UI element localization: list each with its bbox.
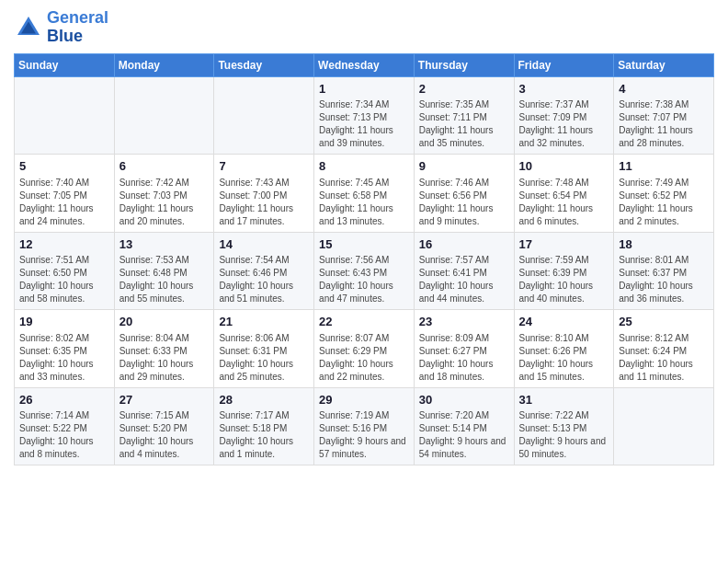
day-number: 9 bbox=[419, 158, 509, 175]
weekday-header: Monday bbox=[114, 53, 214, 76]
day-number: 4 bbox=[619, 81, 709, 98]
day-number: 21 bbox=[219, 314, 309, 330]
day-number: 26 bbox=[19, 392, 109, 408]
calendar-day-cell: 21Sunrise: 8:06 AM Sunset: 6:31 PM Dayli… bbox=[214, 310, 314, 388]
day-number: 14 bbox=[219, 236, 309, 253]
day-number: 13 bbox=[119, 236, 210, 253]
day-info: Sunrise: 7:56 AM Sunset: 6:43 PM Dayligh… bbox=[319, 254, 409, 305]
day-number: 29 bbox=[319, 392, 409, 408]
day-info: Sunrise: 8:10 AM Sunset: 6:26 PM Dayligh… bbox=[519, 332, 609, 384]
day-info: Sunrise: 8:02 AM Sunset: 6:35 PM Dayligh… bbox=[19, 332, 109, 384]
calendar-day-cell: 14Sunrise: 7:54 AM Sunset: 6:46 PM Dayli… bbox=[214, 232, 314, 310]
calendar-day-cell: 15Sunrise: 7:56 AM Sunset: 6:43 PM Dayli… bbox=[314, 232, 415, 310]
day-info: Sunrise: 8:01 AM Sunset: 6:37 PM Dayligh… bbox=[619, 254, 709, 305]
day-number: 31 bbox=[519, 392, 609, 408]
day-info: Sunrise: 7:42 AM Sunset: 7:03 PM Dayligh… bbox=[119, 177, 210, 228]
calendar-day-cell: 12Sunrise: 7:51 AM Sunset: 6:50 PM Dayli… bbox=[15, 232, 115, 310]
logo-text: General Blue bbox=[47, 9, 108, 46]
day-number: 15 bbox=[319, 236, 409, 253]
calendar-day-cell: 5Sunrise: 7:40 AM Sunset: 7:05 PM Daylig… bbox=[15, 155, 115, 233]
day-info: Sunrise: 7:51 AM Sunset: 6:50 PM Dayligh… bbox=[19, 254, 109, 305]
day-number: 24 bbox=[519, 314, 609, 330]
calendar-day-cell: 11Sunrise: 7:49 AM Sunset: 6:52 PM Dayli… bbox=[614, 155, 714, 233]
logo: General Blue bbox=[14, 9, 108, 46]
weekday-row: SundayMondayTuesdayWednesdayThursdayFrid… bbox=[15, 53, 714, 76]
calendar-day-cell: 31Sunrise: 7:22 AM Sunset: 5:13 PM Dayli… bbox=[514, 387, 614, 465]
day-number: 2 bbox=[419, 81, 509, 98]
logo-icon bbox=[14, 13, 43, 42]
day-number: 11 bbox=[619, 158, 709, 175]
day-info: Sunrise: 7:46 AM Sunset: 6:56 PM Dayligh… bbox=[419, 177, 509, 228]
day-number: 8 bbox=[319, 158, 409, 175]
calendar-day-cell: 10Sunrise: 7:48 AM Sunset: 6:54 PM Dayli… bbox=[514, 155, 614, 233]
day-info: Sunrise: 7:40 AM Sunset: 7:05 PM Dayligh… bbox=[19, 177, 109, 228]
calendar-day-cell: 13Sunrise: 7:53 AM Sunset: 6:48 PM Dayli… bbox=[114, 232, 214, 310]
day-number: 23 bbox=[419, 314, 509, 330]
day-number: 25 bbox=[619, 314, 709, 330]
calendar-table: SundayMondayTuesdayWednesdayThursdayFrid… bbox=[14, 53, 714, 466]
calendar-day-cell: 9Sunrise: 7:46 AM Sunset: 6:56 PM Daylig… bbox=[414, 155, 514, 233]
calendar-day-cell: 7Sunrise: 7:43 AM Sunset: 7:00 PM Daylig… bbox=[214, 155, 314, 233]
day-number: 19 bbox=[19, 314, 109, 330]
calendar-day-cell: 24Sunrise: 8:10 AM Sunset: 6:26 PM Dayli… bbox=[514, 310, 614, 388]
calendar-day-cell: 1Sunrise: 7:34 AM Sunset: 7:13 PM Daylig… bbox=[314, 76, 415, 155]
calendar-day-cell: 18Sunrise: 8:01 AM Sunset: 6:37 PM Dayli… bbox=[614, 232, 714, 310]
calendar-day-cell: 3Sunrise: 7:37 AM Sunset: 7:09 PM Daylig… bbox=[514, 76, 614, 155]
day-info: Sunrise: 7:38 AM Sunset: 7:07 PM Dayligh… bbox=[619, 98, 709, 150]
calendar-week-row: 1Sunrise: 7:34 AM Sunset: 7:13 PM Daylig… bbox=[15, 76, 714, 155]
calendar-day-cell: 16Sunrise: 7:57 AM Sunset: 6:41 PM Dayli… bbox=[414, 232, 514, 310]
calendar-day-cell: 30Sunrise: 7:20 AM Sunset: 5:14 PM Dayli… bbox=[414, 387, 514, 465]
day-info: Sunrise: 7:34 AM Sunset: 7:13 PM Dayligh… bbox=[319, 98, 409, 150]
calendar-day-cell: 8Sunrise: 7:45 AM Sunset: 6:58 PM Daylig… bbox=[314, 155, 415, 233]
calendar-day-cell bbox=[114, 76, 214, 155]
day-info: Sunrise: 7:19 AM Sunset: 5:16 PM Dayligh… bbox=[319, 409, 409, 461]
calendar-day-cell: 20Sunrise: 8:04 AM Sunset: 6:33 PM Dayli… bbox=[114, 310, 214, 388]
calendar-day-cell: 29Sunrise: 7:19 AM Sunset: 5:16 PM Dayli… bbox=[314, 387, 415, 465]
calendar-day-cell: 28Sunrise: 7:17 AM Sunset: 5:18 PM Dayli… bbox=[214, 387, 314, 465]
day-info: Sunrise: 7:54 AM Sunset: 6:46 PM Dayligh… bbox=[219, 254, 309, 305]
page-container: General Blue SundayMondayTuesdayWednesda… bbox=[0, 0, 728, 475]
day-number: 6 bbox=[119, 158, 210, 175]
day-number: 1 bbox=[319, 81, 409, 98]
weekday-header: Sunday bbox=[15, 53, 115, 76]
day-info: Sunrise: 7:22 AM Sunset: 5:13 PM Dayligh… bbox=[519, 409, 609, 461]
calendar-day-cell: 2Sunrise: 7:35 AM Sunset: 7:11 PM Daylig… bbox=[414, 76, 514, 155]
day-info: Sunrise: 7:37 AM Sunset: 7:09 PM Dayligh… bbox=[519, 98, 609, 150]
day-info: Sunrise: 7:57 AM Sunset: 6:41 PM Dayligh… bbox=[419, 254, 509, 305]
calendar-week-row: 5Sunrise: 7:40 AM Sunset: 7:05 PM Daylig… bbox=[15, 155, 714, 233]
day-number: 18 bbox=[619, 236, 709, 253]
calendar-day-cell: 22Sunrise: 8:07 AM Sunset: 6:29 PM Dayli… bbox=[314, 310, 415, 388]
day-info: Sunrise: 7:17 AM Sunset: 5:18 PM Dayligh… bbox=[219, 409, 309, 461]
day-number: 10 bbox=[519, 158, 609, 175]
day-info: Sunrise: 7:59 AM Sunset: 6:39 PM Dayligh… bbox=[519, 254, 609, 305]
calendar-body: 1Sunrise: 7:34 AM Sunset: 7:13 PM Daylig… bbox=[15, 76, 714, 465]
calendar-day-cell bbox=[614, 387, 714, 465]
day-number: 3 bbox=[519, 81, 609, 98]
day-info: Sunrise: 7:15 AM Sunset: 5:20 PM Dayligh… bbox=[119, 409, 210, 461]
day-info: Sunrise: 7:53 AM Sunset: 6:48 PM Dayligh… bbox=[119, 254, 210, 305]
day-info: Sunrise: 7:20 AM Sunset: 5:14 PM Dayligh… bbox=[419, 409, 509, 461]
weekday-header: Tuesday bbox=[214, 53, 314, 76]
day-info: Sunrise: 7:43 AM Sunset: 7:00 PM Dayligh… bbox=[219, 177, 309, 228]
day-info: Sunrise: 8:04 AM Sunset: 6:33 PM Dayligh… bbox=[119, 332, 210, 384]
calendar-day-cell: 26Sunrise: 7:14 AM Sunset: 5:22 PM Dayli… bbox=[15, 387, 115, 465]
day-number: 7 bbox=[219, 158, 309, 175]
day-number: 22 bbox=[319, 314, 409, 330]
day-info: Sunrise: 7:45 AM Sunset: 6:58 PM Dayligh… bbox=[319, 177, 409, 228]
calendar-day-cell bbox=[15, 76, 115, 155]
day-info: Sunrise: 7:48 AM Sunset: 6:54 PM Dayligh… bbox=[519, 177, 609, 228]
day-number: 12 bbox=[19, 236, 109, 253]
day-info: Sunrise: 8:09 AM Sunset: 6:27 PM Dayligh… bbox=[419, 332, 509, 384]
calendar-day-cell: 19Sunrise: 8:02 AM Sunset: 6:35 PM Dayli… bbox=[15, 310, 115, 388]
day-number: 28 bbox=[219, 392, 309, 408]
calendar-day-cell: 6Sunrise: 7:42 AM Sunset: 7:03 PM Daylig… bbox=[114, 155, 214, 233]
page-header: General Blue bbox=[14, 9, 714, 46]
weekday-header: Wednesday bbox=[314, 53, 415, 76]
day-number: 16 bbox=[419, 236, 509, 253]
calendar-day-cell: 27Sunrise: 7:15 AM Sunset: 5:20 PM Dayli… bbox=[114, 387, 214, 465]
calendar-day-cell: 4Sunrise: 7:38 AM Sunset: 7:07 PM Daylig… bbox=[614, 76, 714, 155]
day-info: Sunrise: 7:14 AM Sunset: 5:22 PM Dayligh… bbox=[19, 409, 109, 461]
day-info: Sunrise: 7:49 AM Sunset: 6:52 PM Dayligh… bbox=[619, 177, 709, 228]
calendar-day-cell bbox=[214, 76, 314, 155]
day-info: Sunrise: 8:12 AM Sunset: 6:24 PM Dayligh… bbox=[619, 332, 709, 384]
